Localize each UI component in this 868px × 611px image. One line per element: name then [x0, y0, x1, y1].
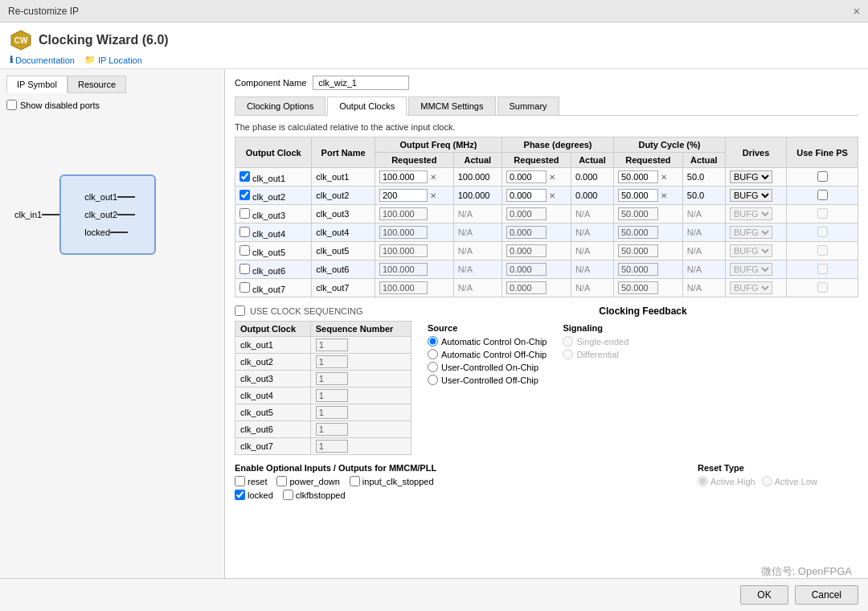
drives-select-0[interactable]: BUFG — [730, 170, 772, 183]
table-row: clk_out2 clk_out2 ✕ 100.000 ✕ 0.000 ✕ 50… — [235, 187, 858, 205]
cell-fine-ps-5 — [787, 260, 858, 279]
wizard-title: Clocking Wizard (6.0) — [39, 33, 169, 47]
th-duty-req: Requested — [614, 153, 683, 168]
clock-enable-0[interactable] — [240, 171, 250, 182]
cell-duty-req-0: ✕ — [614, 168, 683, 187]
locked-checkbox[interactable] — [235, 490, 245, 500]
seq-input-2 — [316, 372, 348, 385]
power-down-checkbox-label: power_down — [276, 476, 339, 486]
cell-port-name-6: clk_out7 — [312, 279, 375, 297]
cell-phase-req-4 — [502, 242, 571, 260]
src-radio-2[interactable] — [428, 349, 438, 359]
cell-freq-actual-1: 100.000 — [453, 187, 502, 205]
tab-mmcm-settings[interactable]: MMCM Settings — [408, 96, 495, 115]
cell-phase-req-0: ✕ — [502, 168, 571, 187]
title-bar: Re-customize IP × — [0, 0, 868, 23]
feedback-cols: Source Automatic Control On-Chip Automat… — [428, 323, 858, 388]
cell-drives-5: BUFG — [725, 260, 786, 279]
th-duty-actual: Actual — [682, 153, 725, 168]
input-clk-stopped-checkbox[interactable] — [350, 476, 360, 486]
seq-row: clk_out6 — [235, 421, 411, 438]
freq-req-clear-1[interactable]: ✕ — [430, 191, 436, 200]
cell-phase-actual-2: N/A — [571, 205, 613, 223]
cell-output-clock-0: clk_out1 — [235, 168, 312, 187]
use-clock-seq-checkbox[interactable] — [235, 306, 245, 316]
phase-req-clear-1[interactable]: ✕ — [549, 191, 555, 200]
duty-req-input-1[interactable] — [618, 189, 658, 202]
phase-req-input-1[interactable] — [506, 189, 547, 202]
drives-select-1[interactable]: BUFG — [730, 189, 772, 202]
cell-fine-ps-6 — [787, 279, 858, 297]
sig-opt-2: Differential — [563, 349, 628, 359]
show-disabled-checkbox[interactable] — [6, 100, 17, 110]
feedback-title: Clocking Feedback — [428, 306, 858, 317]
clock-enable-5[interactable] — [240, 264, 250, 274]
cell-fine-ps-4 — [787, 242, 858, 260]
seq-input-5 — [316, 423, 348, 436]
fine-ps-checkbox-0[interactable] — [817, 171, 828, 182]
tab-summary[interactable]: Summary — [497, 96, 559, 115]
seq-row: clk_out2 — [235, 354, 411, 371]
freq-req-input-5 — [379, 263, 428, 276]
th-freq-actual: Actual — [453, 153, 502, 168]
show-disabled-label: Show disabled ports — [20, 100, 100, 110]
cell-freq-actual-5: N/A — [453, 260, 502, 279]
clock-enable-6[interactable] — [240, 282, 250, 293]
cell-duty-req-1: ✕ — [614, 187, 683, 205]
cell-port-name-4: clk_out5 — [312, 242, 375, 260]
cell-freq-req-4 — [375, 242, 453, 260]
sig-radio-2 — [563, 349, 573, 359]
cell-freq-actual-3: N/A — [453, 223, 502, 242]
cancel-button[interactable]: Cancel — [795, 585, 858, 605]
close-button[interactable]: × — [854, 5, 860, 18]
optional-inputs-col: Enable Optional Inputs / Outputs for MMC… — [235, 463, 682, 500]
clock-enable-3[interactable] — [240, 227, 250, 237]
input-clk-stopped-checkbox-label: input_clk_stopped — [350, 476, 434, 486]
freq-req-clear-0[interactable]: ✕ — [430, 173, 436, 182]
port-clk-out1: clk_out1 — [84, 192, 135, 202]
phase-req-clear-0[interactable]: ✕ — [549, 173, 555, 182]
clock-enable-4[interactable] — [240, 245, 250, 256]
locked-checkbox-label: locked — [235, 490, 273, 500]
ip-location-link[interactable]: 📁 IP Location — [84, 55, 142, 65]
phase-req-input-2 — [506, 207, 547, 220]
clocking-wizard-icon: CW — [10, 29, 32, 51]
ok-button[interactable]: OK — [740, 585, 788, 605]
tab-clocking-options[interactable]: Clocking Options — [235, 96, 326, 115]
duty-req-clear-1[interactable]: ✕ — [661, 191, 667, 200]
duty-req-input-0[interactable] — [618, 170, 658, 183]
src-radio-4[interactable] — [428, 375, 438, 385]
cell-phase-req-2 — [502, 205, 571, 223]
clock-enable-2[interactable] — [240, 208, 250, 219]
fine-ps-checkbox-4 — [817, 245, 828, 256]
right-panel: Component Name Clocking Options Output C… — [225, 69, 868, 578]
documentation-link[interactable]: ℹ Documentation — [10, 55, 75, 65]
freq-req-input-1[interactable] — [379, 189, 428, 202]
content-area: IP Symbol Resource Show disabled ports c… — [0, 69, 868, 578]
tab-output-clocks[interactable]: Output Clocks — [327, 96, 407, 116]
drives-select-2: BUFG — [730, 207, 772, 220]
reset-checkbox[interactable] — [235, 476, 245, 486]
duty-req-clear-0[interactable]: ✕ — [661, 173, 667, 182]
src-radio-1[interactable] — [428, 336, 438, 347]
th-duty-cycle: Duty Cycle (%) — [614, 137, 726, 153]
phase-req-input-0[interactable] — [506, 170, 547, 183]
reset-type-title: Reset Type — [698, 463, 858, 473]
src-radio-3[interactable] — [428, 362, 438, 372]
tab-ip-symbol[interactable]: IP Symbol — [6, 76, 68, 93]
clock-enable-1[interactable] — [240, 190, 250, 200]
cell-freq-req-5 — [375, 260, 453, 279]
cell-freq-actual-4: N/A — [453, 242, 502, 260]
cell-duty-req-6 — [614, 279, 683, 297]
cell-duty-actual-3: N/A — [682, 223, 725, 242]
cell-duty-actual-5: N/A — [682, 260, 725, 279]
power-down-checkbox[interactable] — [276, 476, 287, 486]
component-name-row: Component Name — [235, 76, 858, 90]
component-name-input[interactable] — [313, 76, 409, 90]
clkfbstopped-checkbox[interactable] — [283, 490, 293, 500]
src-opt-4: User-Controlled Off-Chip — [428, 375, 547, 385]
duty-req-input-5 — [618, 263, 658, 276]
fine-ps-checkbox-1[interactable] — [817, 190, 828, 200]
freq-req-input-0[interactable] — [379, 170, 428, 183]
tab-resource[interactable]: Resource — [68, 76, 126, 93]
